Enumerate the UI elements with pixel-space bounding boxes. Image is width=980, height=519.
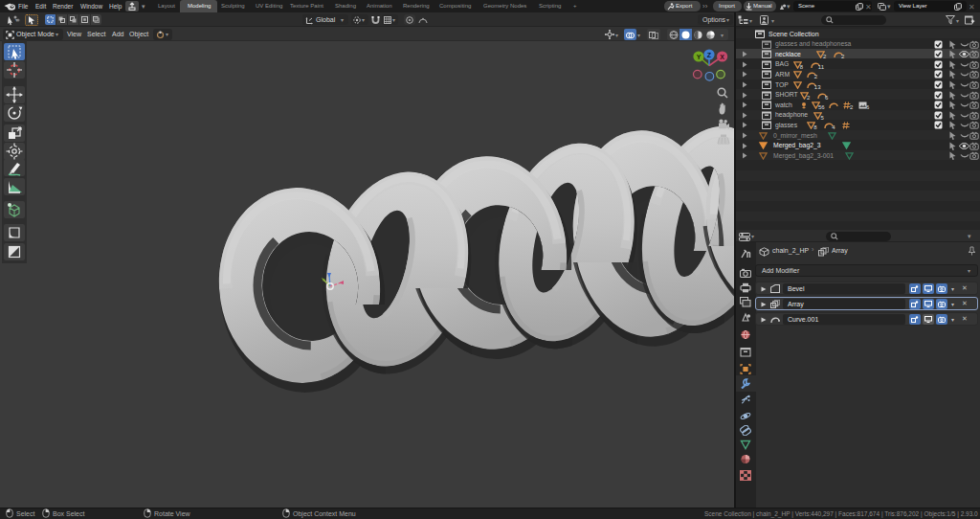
svg-text:Z: Z	[707, 52, 712, 58]
svg-text:X: X	[720, 54, 724, 60]
svg-text:Y: Y	[697, 54, 702, 60]
